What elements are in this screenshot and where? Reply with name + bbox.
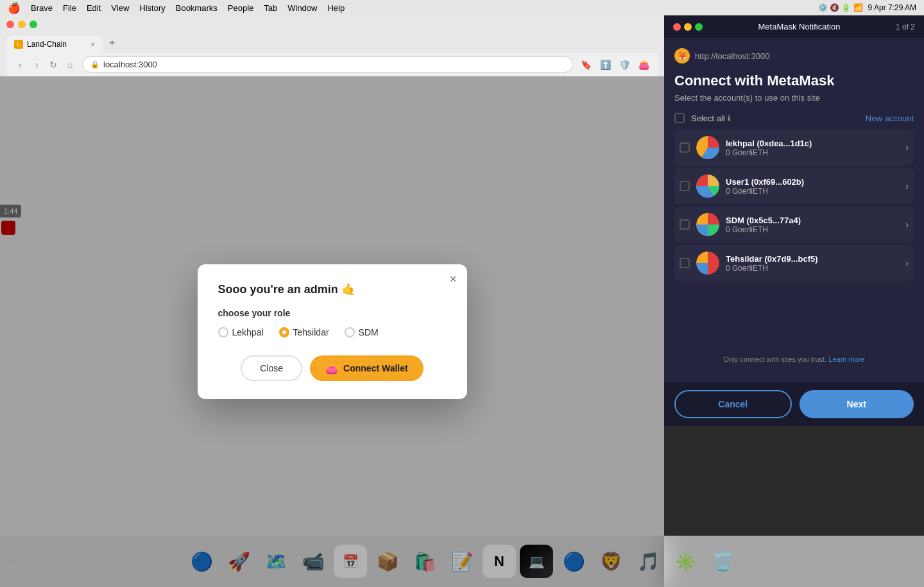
wallet-button[interactable]: 👛 <box>636 57 651 72</box>
menu-file[interactable]: File <box>63 3 76 13</box>
mm-minimize-button[interactable] <box>684 23 692 31</box>
close-button[interactable]: Close <box>241 355 302 381</box>
apple-menu[interactable]: 🍎 <box>8 2 21 14</box>
metamask-panel: MetaMask Notification 1 of 2 🦊 http://lo… <box>664 15 924 426</box>
account-balance-lekhpal: 0 GoerliETH <box>726 148 899 157</box>
menu-people[interactable]: People <box>228 3 253 13</box>
menu-view[interactable]: View <box>111 3 129 13</box>
role-options: Lekhpal Tehsildar SDM <box>218 327 447 337</box>
new-tab-button[interactable]: + <box>104 33 120 53</box>
role-option-sdm[interactable]: SDM <box>345 327 379 337</box>
browser-tab-landchain[interactable]: L Land-Chain × <box>6 36 103 53</box>
menu-bar: 🍎 Brave File Edit View History Bookmarks… <box>0 0 924 15</box>
menu-edit[interactable]: Edit <box>87 3 101 13</box>
reload-button[interactable]: ↻ <box>46 58 60 72</box>
browser-chrome: L Land-Chain × + ‹ › ↻ ⌂ 🔒 localhost:300… <box>0 15 664 76</box>
forward-button[interactable]: › <box>30 58 44 72</box>
menu-tab[interactable]: Tab <box>264 3 277 13</box>
account-detail-button-lekhpal[interactable]: › <box>905 142 909 153</box>
dock-trash[interactable]: 🗑️ <box>706 545 739 578</box>
select-all-checkbox[interactable] <box>674 113 685 123</box>
cancel-button[interactable]: Cancel <box>674 390 792 418</box>
lekhpal-radio[interactable] <box>218 327 228 337</box>
minimize-window-button[interactable] <box>18 21 26 28</box>
site-row: 🦊 http://localhost:3000 <box>674 48 914 64</box>
connect-heading: Connect with MetaMask <box>674 72 914 89</box>
menu-help[interactable]: Help <box>327 3 345 13</box>
brave-shield-button[interactable]: 🛡️ <box>617 57 632 72</box>
sdm-radio[interactable] <box>345 327 355 337</box>
menu-brave[interactable]: Brave <box>31 3 53 13</box>
dialog-overlay: × Sooo you're an admin 🤙 choose your rol… <box>0 76 664 587</box>
menubar-time: 9 Apr 7:29 AM <box>868 3 916 12</box>
nav-buttons: ‹ › ↻ ⌂ <box>13 58 77 72</box>
account-name-tehsildar: Tehsildar (0x7d9...bcf5) <box>726 254 899 264</box>
mm-maximize-button[interactable] <box>695 23 703 31</box>
share-button[interactable]: ⬆️ <box>597 57 613 72</box>
account-checkbox-sdm[interactable] <box>680 219 690 230</box>
new-account-link[interactable]: New account <box>866 114 914 123</box>
tab-title: Land-Chain <box>27 40 67 49</box>
lock-icon: 🔒 <box>90 60 99 69</box>
account-detail-button-tehsildar[interactable]: › <box>905 258 909 268</box>
address-text: localhost:3000 <box>103 60 157 69</box>
dock-perplexity[interactable]: ✳️ <box>669 545 702 578</box>
tehsildar-label: Tehsildar <box>293 327 329 337</box>
connect-wallet-button[interactable]: 👛 Connect Wallet <box>310 355 424 381</box>
role-option-lekhpal[interactable]: Lekhpal <box>218 327 264 337</box>
account-info-user1: User1 (0xf69...602b) 0 GoerliETH <box>726 177 899 196</box>
connect-subtitle: Select the account(s) to use on this sit… <box>674 93 914 103</box>
browser-addressbar: ‹ › ↻ ⌂ 🔒 localhost:3000 🔖 ⬆️ 🛡️ 👛 <box>6 53 658 76</box>
account-item-sdm[interactable]: SDM (0x5c5...77a4) 0 GoerliETH › <box>674 207 914 242</box>
metamask-body: 🦊 http://localhost:3000 Connect with Met… <box>664 38 924 382</box>
account-checkbox-user1[interactable] <box>680 181 690 191</box>
account-checkbox-tehsildar[interactable] <box>680 258 690 268</box>
account-name-lekhpal: lekhpal (0xdea...1d1c) <box>726 139 899 148</box>
role-option-tehsildar[interactable]: Tehsildar <box>279 327 329 337</box>
next-button[interactable]: Next <box>800 390 914 418</box>
trust-note: Only connect with sites you trust. Learn… <box>674 355 914 363</box>
account-item-user1[interactable]: User1 (0xf69...602b) 0 GoerliETH › <box>674 168 914 204</box>
account-balance-user1: 0 GoerliETH <box>726 187 899 196</box>
sdm-label: SDM <box>359 327 379 337</box>
dialog-close-button[interactable]: × <box>450 273 457 285</box>
menu-window[interactable]: Window <box>287 3 317 13</box>
learn-more-link[interactable]: Learn more <box>828 355 864 363</box>
tab-close-button[interactable]: × <box>91 40 95 48</box>
traffic-lights <box>6 21 658 28</box>
account-detail-button-sdm[interactable]: › <box>905 219 909 230</box>
tab-favicon: L <box>14 40 23 49</box>
account-info-lekhpal: lekhpal (0xdea...1d1c) 0 GoerliETH <box>726 139 899 157</box>
mm-traffic-lights <box>673 23 703 31</box>
account-item-tehsildar[interactable]: Tehsildar (0x7d9...bcf5) 0 GoerliETH › <box>674 245 914 281</box>
account-avatar-tehsildar <box>696 251 719 275</box>
metamask-titlebar: MetaMask Notification 1 of 2 <box>664 15 924 38</box>
lekhpal-label: Lekhpal <box>232 327 264 337</box>
account-avatar-lekhpal <box>696 136 719 159</box>
tehsildar-radio[interactable] <box>279 327 289 337</box>
account-item-lekhpal[interactable]: lekhpal (0xdea...1d1c) 0 GoerliETH › <box>674 130 914 166</box>
mm-close-button[interactable] <box>673 23 681 31</box>
back-button[interactable]: ‹ <box>13 58 27 72</box>
browser-window: L Land-Chain × + ‹ › ↻ ⌂ 🔒 localhost:300… <box>0 15 664 587</box>
menubar-icons: ⚙️ 🔇 🔋 📶 <box>818 3 863 12</box>
menu-bookmarks[interactable]: Bookmarks <box>176 3 218 13</box>
select-all-row: Select all ℹ New account <box>674 113 914 123</box>
bookmark-button[interactable]: 🔖 <box>578 57 594 72</box>
address-bar[interactable]: 🔒 localhost:3000 <box>82 56 573 72</box>
account-avatar-user1 <box>696 174 719 198</box>
maximize-window-button[interactable] <box>30 21 37 28</box>
account-name-user1: User1 (0xf69...602b) <box>726 177 899 187</box>
home-button[interactable]: ⌂ <box>63 58 77 72</box>
account-balance-tehsildar: 0 GoerliETH <box>726 264 899 273</box>
site-icon: 🦊 <box>674 48 690 64</box>
connect-label: Connect Wallet <box>343 363 408 373</box>
metamask-footer: Cancel Next <box>664 382 924 426</box>
role-label: choose your role <box>218 308 447 318</box>
metamask-title: MetaMask Notification <box>703 22 896 31</box>
menu-history[interactable]: History <box>139 3 165 13</box>
account-info-sdm: SDM (0x5c5...77a4) 0 GoerliETH <box>726 216 899 234</box>
account-detail-button-user1[interactable]: › <box>905 181 909 191</box>
close-window-button[interactable] <box>6 21 14 28</box>
account-checkbox-lekhpal[interactable] <box>680 142 690 153</box>
